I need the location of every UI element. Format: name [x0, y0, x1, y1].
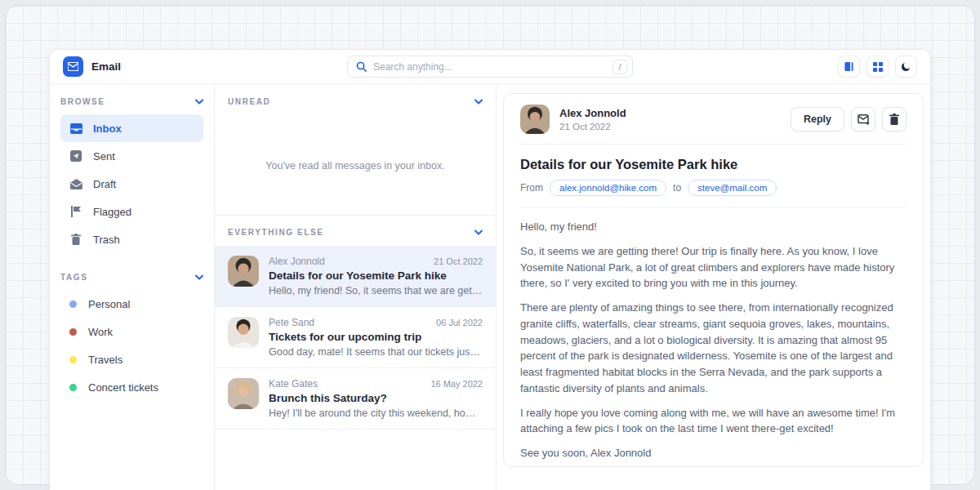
email-detail-column: Alex Jonnold 21 Oct 2022 Reply Details f…: [497, 84, 930, 490]
body-paragraph: There are plenty of amazing things to se…: [520, 300, 906, 397]
tag-color-dot: [69, 328, 77, 336]
to-label: to: [673, 182, 681, 194]
email-preview: Good day, mate! It seems that our ticket…: [269, 346, 483, 358]
dark-mode-button[interactable]: [895, 56, 917, 78]
sidebar-item-flagged[interactable]: Flagged: [60, 198, 203, 225]
tags-label: TAGS: [60, 273, 87, 282]
inbox-icon: [69, 123, 82, 134]
notebook-icon: [844, 61, 854, 72]
sidebar-item-trash[interactable]: Trash: [60, 225, 203, 253]
from-email-pill[interactable]: alex.jonnold@hike.com: [550, 180, 666, 196]
trash-icon: [69, 234, 82, 245]
email-sender: Kate Gates: [269, 378, 318, 390]
avatar: [228, 378, 259, 409]
reply-button[interactable]: Reply: [791, 107, 844, 131]
envelope-plus-icon: [858, 114, 870, 125]
tag-label: Personal: [88, 298, 130, 310]
email-detail-card: Alex Jonnold 21 Oct 2022 Reply Details f…: [503, 93, 924, 467]
email-list-item[interactable]: Kate Gates 16 May 2022 Brunch this Satur…: [215, 368, 496, 430]
apps-grid-button[interactable]: [866, 56, 889, 78]
browse-section-header[interactable]: BROWSE: [60, 97, 203, 106]
tag-label: Work: [88, 326, 113, 338]
email-preview: Hello, my friend! So, it seems that we a…: [269, 285, 483, 296]
avatar: [228, 256, 259, 287]
email-date: 21 Oct 2022: [434, 256, 483, 266]
apps-grid-icon: [873, 62, 883, 72]
tag-label: Concert tickets: [88, 381, 158, 394]
sidebar-item-label: Trash: [93, 234, 120, 246]
chevron-down-icon: [195, 99, 203, 105]
sidebar-item-label: Inbox: [93, 122, 122, 135]
tag-item-concert-tickets[interactable]: Concert tickets: [60, 373, 203, 401]
tag-color-dot: [69, 301, 77, 308]
email-sender: Pete Sand: [269, 317, 314, 328]
body-paragraph: Hello, my friend!: [520, 219, 906, 235]
sidebar: BROWSE Inbox Sent: [50, 84, 215, 490]
sidebar-item-draft[interactable]: Draft: [60, 170, 203, 198]
tag-item-work[interactable]: Work: [60, 318, 203, 345]
tag-color-dot: [69, 384, 77, 391]
body-paragraph: See you soon, Alex Jonnold: [520, 445, 906, 461]
tag-item-personal[interactable]: Personal: [60, 290, 203, 318]
unread-section-header[interactable]: UNREAD: [215, 84, 496, 106]
browse-label: BROWSE: [60, 97, 105, 106]
from-label: From: [520, 182, 543, 194]
email-app-window: Email / BROWSE: [49, 49, 931, 490]
search-icon: [356, 61, 367, 72]
email-body: Hello, my friend! So, it seems we are ge…: [520, 207, 906, 467]
message-list-column: UNREAD You've read all messages in your …: [215, 84, 497, 490]
search-shortcut-badge: /: [612, 60, 627, 74]
sent-icon: [69, 150, 82, 162]
unread-label: UNREAD: [228, 97, 270, 106]
tag-color-dot: [69, 356, 77, 363]
draft-icon: [69, 179, 82, 189]
email-sender: Alex Jonnold: [269, 256, 325, 267]
avatar: [520, 105, 550, 134]
sidebar-item-label: Draft: [93, 178, 116, 190]
email-subject: Tickets for our upcoming trip: [269, 331, 483, 343]
moon-icon: [901, 61, 911, 72]
trash-icon: [889, 114, 899, 125]
email-preview: Hey! I'll be around the city this weeken…: [269, 408, 483, 419]
sidebar-item-sent[interactable]: Sent: [60, 142, 203, 170]
everything-else-section-header[interactable]: EVERYTHING ELSE: [215, 216, 496, 246]
notebook-button[interactable]: [838, 56, 860, 78]
tags-section-header[interactable]: TAGS: [60, 273, 203, 282]
delete-button[interactable]: [882, 107, 906, 131]
tag-item-travels[interactable]: Travels: [60, 345, 203, 373]
body-paragraph: So, it seems we are getting there! Our t…: [520, 243, 906, 292]
avatar: [228, 317, 259, 348]
search-input[interactable]: [373, 61, 612, 73]
everything-else-label: EVERYTHING ELSE: [228, 228, 324, 237]
chevron-down-icon: [195, 274, 203, 280]
unread-empty-message: You've read all messages in your inbox.: [215, 106, 496, 215]
detail-date: 21 Oct 2022: [559, 122, 626, 131]
chevron-down-icon: [474, 99, 483, 105]
search-bar[interactable]: /: [347, 56, 633, 78]
email-list-item[interactable]: Alex Jonnold 21 Oct 2022 Details for our…: [215, 246, 496, 307]
email-date: 06 Jul 2022: [436, 318, 483, 327]
app-header: Email /: [50, 50, 930, 84]
sidebar-item-inbox[interactable]: Inbox: [60, 114, 203, 142]
mark-unread-button[interactable]: [851, 107, 875, 131]
tag-label: Travels: [88, 354, 122, 366]
app-title: Email: [91, 60, 121, 73]
chevron-down-icon: [474, 229, 483, 235]
email-list-item[interactable]: Pete Sand 06 Jul 2022 Tickets for our up…: [215, 307, 496, 368]
detail-subject: Details for our Yosemite Park hike: [520, 157, 906, 172]
flag-icon: [69, 206, 82, 217]
email-subject: Brunch this Saturday?: [269, 392, 483, 404]
email-logo-icon: [63, 56, 83, 77]
email-subject: Details for our Yosemite Park hike: [269, 270, 483, 282]
detail-sender-name: Alex Jonnold: [559, 107, 626, 119]
sidebar-item-label: Sent: [93, 150, 115, 163]
email-date: 16 May 2022: [430, 379, 483, 389]
sidebar-item-label: Flagged: [93, 206, 131, 218]
to-email-pill[interactable]: steve@mail.com: [688, 180, 777, 196]
body-paragraph: I really hope you love coming along with…: [520, 405, 906, 438]
